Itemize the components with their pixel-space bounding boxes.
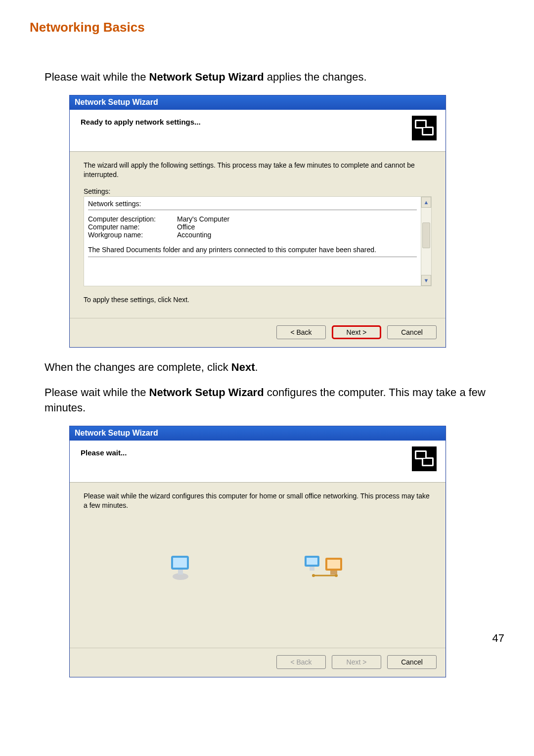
- cancel-button[interactable]: Cancel: [387, 325, 437, 339]
- row-key: Workgroup name:: [88, 231, 177, 239]
- wizard-please-wait: Network Setup Wizard Please wait... Plea…: [69, 426, 446, 677]
- computer-icon: [168, 554, 193, 581]
- wizard-content: Please wait while the wizard configures …: [70, 483, 445, 648]
- mid-paragraph: When the changes are complete, click Nex…: [44, 360, 504, 375]
- wizard-intro-text: Please wait while the wizard configures …: [84, 491, 432, 510]
- titlebar: Network Setup Wizard: [70, 426, 445, 441]
- next-button[interactable]: Next >: [332, 655, 381, 669]
- mid-prefix: When the changes are complete, click: [44, 361, 231, 373]
- next-button[interactable]: Next >: [332, 325, 381, 339]
- para2-bold: Network Setup Wizard: [149, 386, 264, 399]
- page-number: 47: [492, 632, 504, 645]
- networked-computers-icon: [303, 554, 347, 581]
- scroll-down-icon[interactable]: ▼: [421, 275, 431, 286]
- shared-note: The Shared Documents folder and any prin…: [88, 239, 417, 257]
- button-row: < Back Next > Cancel: [70, 318, 445, 347]
- svg-rect-18: [307, 558, 317, 565]
- settings-row: Computer name: Office: [88, 223, 417, 231]
- intro-bold: Network Setup Wizard: [149, 71, 264, 83]
- wizard-header-title: Please wait...: [81, 446, 127, 457]
- intro-prefix: Please wait while the: [44, 71, 149, 83]
- para2-prefix: Please wait while the: [44, 386, 149, 399]
- svg-point-15: [312, 574, 315, 577]
- wizard-ready: Network Setup Wizard Ready to apply netw…: [69, 95, 446, 348]
- apply-hint: To apply these settings, click Next.: [84, 295, 432, 305]
- wizard-intro-text: The wizard will apply the following sett…: [84, 161, 432, 179]
- row-val: Mary's Computer: [177, 215, 229, 223]
- svg-rect-8: [416, 452, 425, 458]
- settings-label: Settings:: [84, 187, 432, 195]
- settings-box: Network settings: Computer description: …: [84, 196, 432, 286]
- svg-rect-3: [416, 121, 425, 127]
- settings-heading: Network settings:: [88, 199, 417, 210]
- row-key: Computer description:: [88, 215, 177, 223]
- scroll-thumb[interactable]: [422, 222, 430, 248]
- page-title: Networking Basics: [30, 20, 504, 35]
- button-row: < Back Next > Cancel: [70, 648, 445, 677]
- settings-inner: Network settings: Computer description: …: [84, 197, 421, 286]
- cancel-button[interactable]: Cancel: [387, 655, 437, 669]
- svg-rect-9: [423, 459, 432, 465]
- scroll-up-icon[interactable]: ▲: [421, 197, 431, 208]
- row-val: Office: [177, 223, 195, 231]
- mid-suffix: .: [255, 361, 258, 373]
- wizard-header: Ready to apply network settings...: [70, 110, 445, 152]
- wizard-header: Please wait...: [70, 441, 445, 483]
- titlebar: Network Setup Wizard: [70, 95, 445, 110]
- back-button[interactable]: < Back: [276, 655, 326, 669]
- para2: Please wait while the Network Setup Wiza…: [44, 385, 504, 416]
- network-animation: [84, 518, 432, 642]
- scroll-track[interactable]: [421, 208, 431, 275]
- svg-rect-21: [327, 560, 340, 569]
- svg-rect-13: [178, 570, 183, 575]
- mid-bold: Next: [231, 361, 255, 373]
- intro-suffix: applies the changes.: [264, 71, 367, 83]
- svg-rect-22: [330, 571, 337, 575]
- wizard-content: The wizard will apply the following sett…: [70, 152, 445, 318]
- network-icon: [412, 446, 437, 471]
- svg-rect-4: [423, 128, 432, 134]
- svg-rect-11: [173, 558, 187, 568]
- scrollbar[interactable]: ▲ ▼: [421, 197, 431, 286]
- wizard-header-title: Ready to apply network settings...: [81, 116, 201, 126]
- network-icon: [412, 116, 437, 140]
- settings-row: Workgroup name: Accounting: [88, 231, 417, 239]
- back-button[interactable]: < Back: [276, 325, 326, 339]
- settings-row: Computer description: Mary's Computer: [88, 215, 417, 223]
- row-val: Accounting: [177, 231, 211, 239]
- intro-paragraph: Please wait while the Network Setup Wiza…: [44, 70, 504, 85]
- row-key: Computer name:: [88, 223, 177, 231]
- svg-rect-19: [310, 567, 314, 571]
